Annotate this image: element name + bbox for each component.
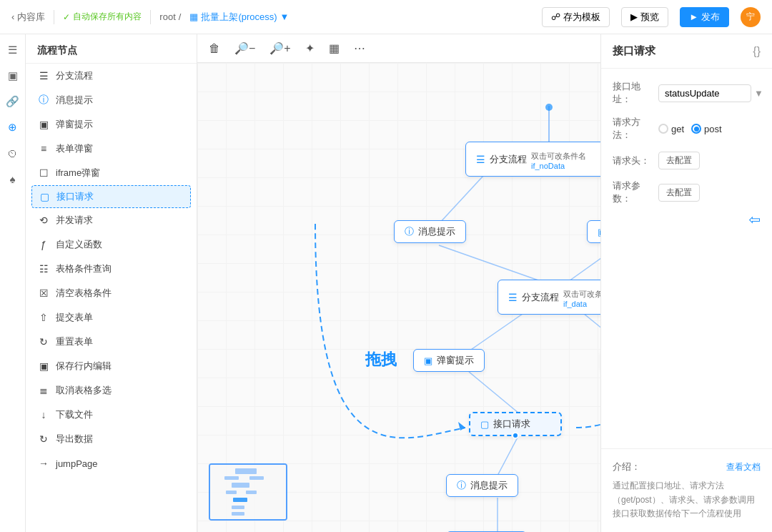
auto-save-label: 自动保存所有内容 bbox=[73, 11, 142, 23]
sidebar-label-branch: 分支流程 bbox=[56, 69, 93, 82]
sidebar-item-popup[interactable]: ▣ 弹窗提示 bbox=[26, 112, 197, 137]
preview-label: 预览 bbox=[640, 11, 659, 24]
sidebar-item-async[interactable]: ⟲ 并发请求 bbox=[26, 208, 197, 232]
sidebar-item-export[interactable]: ↻ 导出数据 bbox=[26, 427, 197, 451]
flow-canvas: ☰ 分支流程 双击可改条件名 if_noData 双击可改条件名 if_data bbox=[197, 63, 600, 532]
publish-icon: ► bbox=[689, 11, 698, 22]
sidebar-item-download[interactable]: ↓ 下载文件 bbox=[26, 403, 197, 427]
custom-fn-icon: ƒ bbox=[37, 238, 50, 251]
more-btn[interactable]: ⋯ bbox=[351, 40, 368, 56]
toolbar: 🗑 🔎− 🔎+ ✦ ▦ ⋯ bbox=[197, 34, 600, 63]
publish-button[interactable]: ► 发布 bbox=[680, 7, 729, 27]
sidebar-item-row-edit[interactable]: ▣ 保存行内编辑 bbox=[26, 354, 197, 378]
root-label: root bbox=[159, 11, 175, 22]
breadcrumb: root / bbox=[159, 11, 181, 22]
zoom-out-btn[interactable]: 🔎− bbox=[232, 40, 258, 56]
post-label: post bbox=[704, 124, 722, 134]
sidebar-label-async: 并发请求 bbox=[56, 214, 93, 227]
url-label: 接口地址： bbox=[613, 80, 653, 106]
header-label: 请求头： bbox=[613, 154, 653, 167]
popup1-label: 弹窗提示 bbox=[437, 354, 474, 367]
sidebar-label-row-edit: 保存行内编辑 bbox=[56, 360, 112, 373]
sidebar-item-clear-table[interactable]: ☒ 清空表格条件 bbox=[26, 281, 197, 305]
branch-icon: ☰ bbox=[37, 69, 50, 82]
sidebar-nav-item-2[interactable]: ▣ bbox=[6, 69, 20, 83]
sidebar-item-form-popup[interactable]: ≡ 表单弹窗 bbox=[26, 137, 197, 161]
row-edit-icon: ▣ bbox=[37, 360, 50, 373]
sidebar-label-api: 接口请求 bbox=[56, 190, 94, 203]
sidebar-item-reset[interactable]: ↻ 重置表单 bbox=[26, 330, 197, 354]
branch1-label: 分支流程 bbox=[490, 153, 527, 166]
sidebar-nav-item-3[interactable]: 🔗 bbox=[6, 94, 20, 109]
sidebar-label-clear-table: 清空表格条件 bbox=[56, 287, 112, 300]
api-request-node[interactable]: ▢ 接口请求 bbox=[469, 412, 562, 436]
method-get-option[interactable]: get bbox=[658, 124, 684, 134]
divider2 bbox=[150, 10, 151, 24]
back-icon: ‹ bbox=[11, 11, 14, 22]
iframe-icon: ☐ bbox=[37, 167, 50, 179]
export-icon: ↻ bbox=[37, 433, 50, 445]
popup-node-1[interactable]: ▣ 弹窗提示 bbox=[413, 349, 485, 372]
sidebar-item-submit[interactable]: ⇧ 提交表单 bbox=[26, 305, 197, 330]
code-icon: {} bbox=[753, 45, 761, 58]
msg-node-2[interactable]: ⓘ 消息提示 bbox=[446, 474, 518, 497]
clear-table-icon: ☒ bbox=[37, 287, 50, 300]
sidebar-label-popup: 弹窗提示 bbox=[56, 118, 93, 131]
sidebar-item-iframe[interactable]: ☐ iframe弹窗 bbox=[26, 161, 197, 185]
reset-icon: ↻ bbox=[37, 335, 50, 348]
back-button[interactable]: ‹ 内容库 bbox=[11, 11, 45, 24]
method-post-option[interactable]: post bbox=[691, 124, 722, 134]
sidebar-nav-item-1[interactable]: ☰ bbox=[6, 43, 20, 57]
url-input[interactable] bbox=[658, 84, 751, 102]
msg2-label: 消息提示 bbox=[470, 479, 508, 492]
fit-btn[interactable]: ✦ bbox=[302, 40, 317, 56]
dropdown-icon: ▼ bbox=[280, 11, 290, 22]
params-config-button[interactable]: 去配置 bbox=[658, 184, 700, 202]
header-config-button[interactable]: 去配置 bbox=[658, 152, 700, 169]
sidebar-label-export: 导出数据 bbox=[56, 433, 93, 445]
get-label: get bbox=[671, 124, 684, 134]
sidebar-icon-column: ☰ ▣ 🔗 ⊕ ⏲ ♠ bbox=[0, 34, 26, 532]
view-docs-link[interactable]: 查看文档 bbox=[726, 461, 761, 473]
sidebar-item-msg[interactable]: ⓘ 消息提示 bbox=[26, 88, 197, 112]
drag-annotation: 拖拽 bbox=[365, 349, 397, 370]
msg-icon: ⓘ bbox=[37, 94, 50, 107]
header-field-row: 请求头： 去配置 bbox=[613, 152, 761, 169]
canvas-scroll[interactable]: ☰ 分支流程 双击可改条件名 if_noData 双击可改条件名 if_data bbox=[197, 63, 600, 532]
zoom-in-btn[interactable]: 🔎+ bbox=[267, 40, 293, 56]
branch-node-1[interactable]: ☰ 分支流程 双击可改条件名 if_noData 双击可改条件名 if_data bbox=[465, 142, 600, 177]
sidebar-item-table-query[interactable]: ☷ 表格条件查询 bbox=[26, 257, 197, 281]
get-radio-dot bbox=[658, 124, 668, 134]
branch-node-2[interactable]: ☰ 分支流程 双击可改条件名 if_data 双击可改条件名 if_noData bbox=[498, 280, 600, 315]
sidebar-label-table-query: 表格条件查询 bbox=[56, 262, 112, 275]
sidebar-nav-item-5[interactable]: ⏲ bbox=[6, 146, 20, 160]
sidebar-item-custom-fn[interactable]: ƒ 自定义函数 bbox=[26, 232, 197, 257]
sidebar-item-api[interactable]: ▢ 接口请求 bbox=[31, 185, 191, 208]
save-template-button[interactable]: ☍ 存为模板 bbox=[542, 7, 610, 27]
branch1-cond-left-value[interactable]: if_noData bbox=[531, 162, 586, 170]
avatar-text: 宁 bbox=[746, 11, 755, 23]
custom-fn-node-1[interactable]: ▣ 自定义函数 bbox=[587, 220, 600, 243]
intro-title: 介绍： bbox=[613, 460, 640, 473]
workflow-tab[interactable]: ▦ 批量上架(process) ▼ bbox=[189, 11, 289, 24]
method-field-row: 请求方法： get post bbox=[613, 116, 761, 142]
download-icon: ↓ bbox=[37, 408, 50, 421]
sidebar-nav-item-4[interactable]: ⊕ bbox=[6, 120, 20, 134]
panel-intro: 介绍： 查看文档 通过配置接口地址、请求方法（get/post）、请求头、请求参… bbox=[601, 448, 772, 532]
add-btn[interactable]: ▦ bbox=[326, 40, 342, 56]
right-panel: 接口请求 {} 接口地址： ▼ 请求方法： g bbox=[600, 34, 772, 532]
msg-node-1[interactable]: ⓘ 消息提示 bbox=[394, 220, 466, 243]
branch2-cond-left-value[interactable]: if_data bbox=[563, 300, 600, 308]
sidebar-nav-item-6[interactable]: ♠ bbox=[6, 172, 20, 186]
custom1-icon: ▣ bbox=[598, 227, 600, 237]
url-dropdown-icon[interactable]: ▼ bbox=[754, 88, 763, 99]
multiselect-icon: ≣ bbox=[37, 384, 50, 397]
panel-header: 接口请求 {} bbox=[601, 34, 772, 69]
preview-button[interactable]: ▶ 预览 bbox=[621, 7, 668, 27]
intro-header: 介绍： 查看文档 bbox=[613, 460, 761, 473]
delete-btn[interactable]: 🗑 bbox=[206, 41, 223, 56]
sidebar-item-multiselect[interactable]: ≣ 取消表格多选 bbox=[26, 378, 197, 403]
post-radio-dot bbox=[691, 124, 701, 134]
sidebar-item-jumppage[interactable]: → jumpPage bbox=[26, 451, 197, 476]
sidebar-item-branch[interactable]: ☰ 分支流程 bbox=[26, 64, 197, 88]
